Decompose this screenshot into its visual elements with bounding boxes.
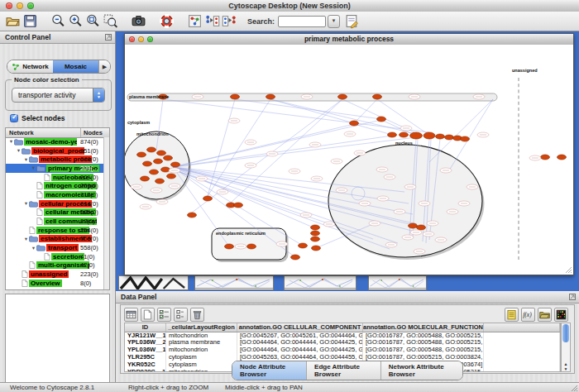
network-view-window[interactable]: primary metabolic process plasma membran… <box>124 33 574 275</box>
network-node[interactable] <box>266 94 275 99</box>
tree-row-macromolecule[interactable]: macromolecule311(0) <box>6 190 104 199</box>
open-icon[interactable] <box>5 13 21 29</box>
network-node[interactable] <box>409 223 418 228</box>
expander-icon[interactable]: ▼ <box>31 165 36 170</box>
tree-row-cellular-process[interactable]: ▼cellular process614(0) <box>6 199 104 208</box>
zoom-out-icon[interactable] <box>50 13 66 29</box>
network-node[interactable] <box>350 121 359 126</box>
tab-edge-attribute-browser[interactable]: Edge Attribute Browser <box>307 361 381 380</box>
network-node[interactable] <box>247 244 256 249</box>
unselect-attributes-icon[interactable] <box>174 308 188 322</box>
attribute-table-icon[interactable] <box>124 308 138 322</box>
network-node[interactable] <box>400 132 409 137</box>
birdseye-view[interactable] <box>5 294 110 392</box>
window-titlebar[interactable]: Cytoscape Desktop (New Session) <box>0 0 579 12</box>
help-icon[interactable] <box>159 13 175 29</box>
network-node[interactable] <box>417 225 426 230</box>
table-row[interactable]: YPL036W__2plasma membrane[GO:0044464, GO… <box>125 339 560 347</box>
network-node[interactable] <box>137 152 146 157</box>
tree-row-primary-metabo[interactable]: ▼primary metabo209(... <box>6 164 104 173</box>
expander-icon[interactable]: ▼ <box>31 246 36 251</box>
tree-row-overview[interactable]: Overview8(0) <box>6 279 104 288</box>
network-window-titlebar[interactable]: primary metabolic process <box>125 34 573 45</box>
tree-row-cellular-metabo[interactable]: cellular metabo209(0) <box>6 208 104 218</box>
network-node[interactable] <box>171 162 180 167</box>
network-node[interactable] <box>225 244 234 249</box>
table-scrollbar[interactable]: ▲▼ <box>561 323 571 372</box>
network-node[interactable] <box>338 94 347 99</box>
network-node[interactable] <box>150 170 159 174</box>
tab-node-attribute-browser[interactable]: Node Attribute Browser <box>232 361 307 380</box>
network-node[interactable] <box>557 155 567 160</box>
zoom-fit-icon[interactable] <box>85 13 101 29</box>
delete-attribute-icon[interactable] <box>190 308 204 322</box>
network-node[interactable] <box>541 155 550 160</box>
first-neighbors-icon[interactable] <box>187 13 203 29</box>
expander-icon[interactable]: ▼ <box>23 157 29 162</box>
minimized-network-thumbnail[interactable] <box>194 275 274 290</box>
network-node[interactable] <box>147 147 156 152</box>
network-node[interactable] <box>373 94 382 99</box>
network-node[interactable] <box>203 196 213 201</box>
network-node[interactable] <box>141 176 150 181</box>
close-button[interactable] <box>6 2 12 9</box>
network-node[interactable] <box>164 155 173 160</box>
minimize-icon[interactable] <box>138 36 144 42</box>
network-node[interactable] <box>154 159 163 164</box>
table-column-header[interactable]: _cellularLayoutRegion <box>166 323 237 332</box>
network-node[interactable] <box>436 134 445 139</box>
expander-icon[interactable]: ▼ <box>16 148 22 153</box>
minimized-network-thumbnail[interactable] <box>368 275 427 290</box>
network-node[interactable] <box>311 225 320 230</box>
search-input[interactable] <box>278 16 326 27</box>
float-panel-icon[interactable] <box>105 34 112 41</box>
network-node[interactable] <box>461 136 470 141</box>
table-column-filler[interactable] <box>484 323 560 332</box>
network-node[interactable] <box>311 231 320 236</box>
table-column-header[interactable]: annotation.GO CELLULAR_COMPONENT <box>237 323 363 332</box>
tree-row-nucleobase-[interactable]: nucleobase-209(0) <box>6 173 104 182</box>
network-node[interactable] <box>156 179 165 184</box>
select-attributes-icon[interactable] <box>157 308 171 322</box>
tree-row-multi-organism-pro[interactable]: multi-organism pro42(0) <box>6 261 104 270</box>
tree-scrollbar[interactable] <box>103 137 109 289</box>
scrollbar-thumb[interactable] <box>562 324 569 342</box>
tree-row-metabolic-process[interactable]: ▼metabolic process280(0) <box>6 155 104 164</box>
network-node[interactable] <box>234 203 243 208</box>
network-node[interactable] <box>410 132 423 139</box>
annotation-icon[interactable] <box>344 13 360 29</box>
scrollbar-arrows[interactable]: ▲▼ <box>562 361 570 371</box>
network-node[interactable] <box>143 161 152 166</box>
new-attribute-icon[interactable] <box>141 308 155 322</box>
network-node[interactable] <box>423 132 435 139</box>
tab-mosaic[interactable]: Mosaic <box>53 60 98 73</box>
float-panel-icon[interactable] <box>569 294 576 300</box>
expander-icon[interactable]: ▼ <box>8 139 14 144</box>
notepad-icon[interactable] <box>505 308 519 322</box>
expand-network-icon[interactable] <box>204 13 220 29</box>
tab-network-attribute-browser[interactable]: Network Attribute Browser <box>381 361 462 380</box>
minimized-network-thumbnail[interactable] <box>118 275 189 290</box>
table-column-header[interactable]: ID <box>125 323 166 332</box>
maximize-icon[interactable] <box>147 36 153 42</box>
tree-row-nitrogen-compo[interactable]: nitrogen compo209(0) <box>6 181 104 190</box>
search-dropdown-arrow[interactable]: ▼ <box>328 15 340 28</box>
network-node[interactable] <box>311 237 320 241</box>
tree-row-transport[interactable]: ▼transport558(0) <box>6 243 104 252</box>
tree-row-cell-communicat[interactable]: cell communicat22(0) <box>6 217 104 226</box>
app-resize-grip[interactable] <box>570 384 578 392</box>
network-node[interactable] <box>299 243 308 248</box>
zoom-button[interactable] <box>27 2 34 9</box>
merge-network-icon[interactable] <box>222 13 237 29</box>
snapshot-icon[interactable] <box>131 13 146 29</box>
expander-icon[interactable]: ▼ <box>23 201 29 206</box>
tree-row-unassigned[interactable]: unassigned223(0) <box>6 270 104 279</box>
network-node[interactable] <box>161 167 170 172</box>
save-icon[interactable] <box>22 13 38 29</box>
network-node[interactable] <box>167 174 176 179</box>
function-icon[interactable]: f(x) <box>521 308 535 322</box>
minimize-button[interactable] <box>17 2 23 9</box>
network-node[interactable] <box>157 151 166 155</box>
network-node[interactable] <box>388 132 397 137</box>
table-row[interactable]: YJR121W__1mitochondrion[GO:0045267, GO:0… <box>125 332 560 340</box>
